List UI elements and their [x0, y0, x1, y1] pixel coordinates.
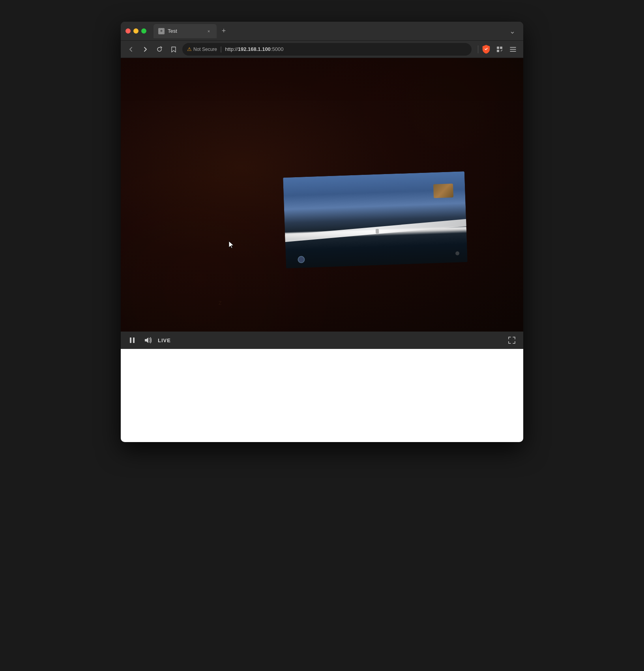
refresh-button[interactable]: [154, 44, 165, 55]
fullscreen-button[interactable]: [506, 334, 518, 346]
svg-rect-9: [133, 337, 135, 343]
active-tab[interactable]: Test ×: [154, 24, 217, 38]
warning-icon: ⚠: [187, 46, 192, 52]
browser-window: Test × + ⌄: [121, 22, 523, 442]
svg-rect-2: [497, 47, 499, 49]
wall-detail: Ζ: [219, 300, 221, 306]
nav-divider: [478, 45, 478, 53]
extensions-button[interactable]: [494, 44, 505, 55]
url-host: 192.168.1.100: [238, 46, 271, 52]
screen-figure: [376, 229, 379, 233]
maximize-button[interactable]: [141, 28, 146, 34]
address-bar[interactable]: ⚠ Not Secure | http://192.168.1.100:5000: [182, 43, 472, 56]
svg-point-1: [161, 30, 163, 32]
bookmark-button[interactable]: [168, 44, 179, 55]
tab-bar: Test × + ⌄: [154, 22, 519, 40]
nav-bar: ⚠ Not Secure | http://192.168.1.100:5000: [121, 41, 523, 58]
video-container: Ζ: [121, 58, 523, 332]
screen-object: [433, 184, 453, 198]
tv-screen: [283, 171, 468, 268]
title-bar: Test × + ⌄: [121, 22, 523, 41]
address-separator: |: [220, 46, 222, 53]
video-controls-bar: LIVE: [121, 332, 523, 349]
volume-button[interactable]: [142, 334, 154, 346]
tab-close-button[interactable]: ×: [206, 28, 212, 34]
svg-rect-3: [500, 47, 502, 49]
live-badge: LIVE: [158, 337, 171, 343]
screen-circle: [298, 256, 305, 263]
new-tab-button[interactable]: +: [218, 26, 229, 37]
not-secure-label: Not Secure: [193, 47, 217, 52]
tab-favicon: [158, 28, 165, 34]
tv-screen-content: [283, 171, 468, 268]
minimize-button[interactable]: [133, 28, 139, 34]
pause-button[interactable]: [126, 334, 138, 346]
close-button[interactable]: [125, 28, 131, 34]
web-content-area: [121, 349, 523, 442]
forward-button[interactable]: [140, 44, 151, 55]
svg-rect-4: [497, 50, 499, 52]
screen-dot: [455, 251, 459, 255]
traffic-lights: [125, 28, 146, 34]
url-port: :5000: [271, 46, 284, 52]
brave-shield-button[interactable]: [481, 44, 492, 55]
nav-right-controls: [478, 44, 519, 55]
svg-rect-8: [130, 337, 131, 343]
security-warning: ⚠ Not Secure: [187, 46, 217, 52]
menu-button[interactable]: [507, 44, 519, 55]
tab-title: Test: [168, 28, 202, 34]
back-button[interactable]: [125, 44, 137, 55]
tab-overflow-button[interactable]: ⌄: [506, 27, 519, 36]
url-prefix: http://: [225, 46, 238, 52]
address-text: http://192.168.1.100:5000: [225, 46, 283, 52]
